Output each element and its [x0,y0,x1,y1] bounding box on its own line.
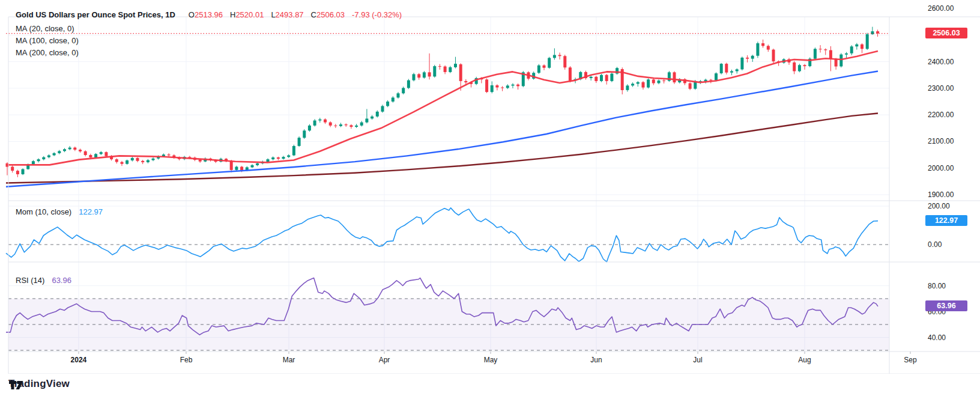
candle [282,157,285,159]
candle [355,126,358,127]
candle [168,154,171,155]
rsi-value: 63.96 [52,276,71,285]
tradingview-logo-link[interactable]: TradingView [8,378,70,390]
candle [104,152,107,156]
price-tick-label: 2600.00 [928,4,954,13]
candle [63,149,66,151]
chart-canvas[interactable] [0,0,980,405]
candle [16,171,19,174]
candle [381,106,384,112]
candle [73,148,76,150]
momentum-value: 122.97 [79,207,103,216]
candle [485,79,488,92]
candle [850,46,853,53]
ohlc-high: H2520.01 [230,10,264,19]
time-axis-label: Apr [366,356,402,364]
candle [814,49,817,58]
candle [819,49,822,49]
candle [652,79,655,83]
candle [287,156,290,157]
candle [454,64,457,67]
candle [360,123,363,126]
candle [141,161,144,162]
price-tick-label: 2100.00 [928,136,954,146]
mom-tick-label: 0.00 [928,240,942,249]
candle [79,150,82,151]
ma20-line [6,51,878,165]
legend-item-ma200[interactable]: MA (200, close, 0) [16,48,79,57]
candle [199,160,202,162]
candle [855,44,858,47]
price-tick-label: 2200.00 [928,110,954,120]
candle [392,97,395,102]
ohlc-open: O2513.96 [189,10,223,19]
candle [444,67,447,72]
candle [58,151,61,153]
candle [240,167,243,171]
candle [673,72,676,82]
candle [658,81,661,83]
candle [751,56,754,59]
candle [349,125,352,127]
time-axis-label: Jul [680,356,716,364]
candle [767,46,770,49]
candle [501,88,504,88]
candle [292,146,295,156]
candle [594,77,597,81]
time-axis-label: Jun [578,356,614,364]
candle [626,85,629,90]
momentum-label: Mom (10, close) [16,207,71,216]
candle [371,117,374,119]
candle [324,120,327,123]
candle [11,167,14,171]
time-axis-label: Aug [787,356,823,364]
tradingview-chart-window: Gold US Dollars per Ounce Spot Prices, 1… [0,0,980,405]
candle [563,56,566,67]
legend-item-ma20[interactable]: MA (20, close, 0) [16,24,74,33]
candle [491,85,494,92]
candle [803,65,806,66]
rsi-badge: 63.96 [925,300,967,311]
candle [32,161,35,164]
candle [267,159,270,162]
candle [725,64,728,73]
legend-item-rsi[interactable]: RSI (14) 63.96 [16,276,71,285]
legend-item-momentum[interactable]: Mom (10, close) 122.97 [16,207,103,216]
candle [376,112,379,117]
candle [600,75,603,81]
ma100-label: MA (100, close, 0) [16,36,79,45]
last-price-badge: 2506.03 [925,28,967,38]
candle [84,151,87,155]
candle [251,165,254,168]
candle [459,64,462,81]
candle [793,62,796,72]
candle [152,159,155,160]
price-tick-label: 2000.00 [928,163,954,173]
candle [407,81,410,88]
symbol-legend[interactable]: Gold US Dollars per Ounce Spot Prices, 1… [16,10,402,19]
candle [318,120,321,121]
price-axis[interactable]: 2506.03 122.97 63.96 2600.002500.002400.… [889,0,980,374]
time-axis-label: May [473,356,509,364]
candle [303,130,306,138]
candle [558,55,561,56]
candle [308,126,311,130]
legend-item-ma100[interactable]: MA (100, close, 0) [16,36,79,45]
candle [689,84,692,89]
candle [543,65,546,68]
candle [866,34,869,49]
candle [553,55,556,58]
candle [605,75,608,81]
ohlc-low: L2493.87 [271,10,303,19]
candle [704,80,707,81]
time-axis[interactable]: 2024FebMarAprMayJunJulAugSep [0,352,980,374]
candle [740,58,743,70]
candle [845,53,848,55]
candle [68,148,71,150]
candle [709,80,712,81]
candle [736,69,739,71]
candle [22,169,25,174]
candle [506,85,509,88]
candle [449,67,452,72]
candle [94,154,97,157]
